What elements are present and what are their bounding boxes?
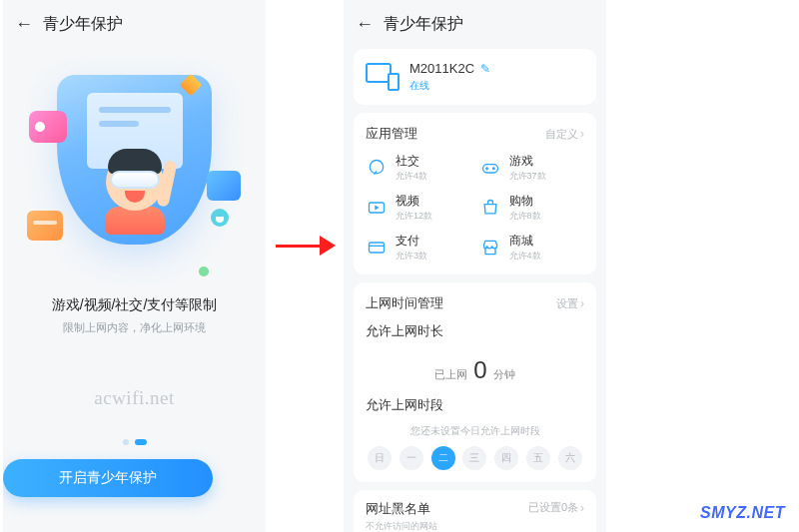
chat-icon xyxy=(207,171,241,201)
period-hint: 您还未设置今日允许上网时段 xyxy=(366,424,584,438)
app-label: 社交 xyxy=(396,153,427,170)
device-card[interactable]: M2011K2C ✎ 在线 xyxy=(354,49,596,105)
edit-icon[interactable]: ✎ xyxy=(480,62,490,76)
duration-title: 允许上网时长 xyxy=(366,322,584,340)
pay-icon xyxy=(366,237,388,259)
watermark-acwifi: acwifi.net xyxy=(3,387,266,409)
blacklist-sub: 不允许访问的网站 xyxy=(366,520,437,532)
chevron-right-icon: › xyxy=(580,501,584,515)
app-sub: 允许3款 xyxy=(396,250,427,263)
day-pill[interactable]: 日 xyxy=(368,446,392,470)
blacklist-action[interactable]: 已设置0条 › xyxy=(528,500,584,515)
back-icon[interactable]: ← xyxy=(356,14,374,35)
day-pill[interactable]: 六 xyxy=(558,446,582,470)
chat-icon xyxy=(366,157,388,179)
app-label: 购物 xyxy=(509,193,541,210)
app-sub: 允许4款 xyxy=(396,170,427,183)
app-item-shop[interactable]: 购物允许8款 xyxy=(479,193,585,223)
app-label: 游戏 xyxy=(509,153,546,170)
transition-arrow-icon xyxy=(276,236,336,256)
app-manage-custom-button[interactable]: 自定义 › xyxy=(545,127,584,142)
period-title: 允许上网时段 xyxy=(366,396,584,414)
app-item-store[interactable]: 商城允许4款 xyxy=(479,233,585,263)
app-item-video[interactable]: 视频允许12款 xyxy=(366,193,471,223)
watermark-smyz: SMYZ.NET xyxy=(700,504,785,522)
back-icon[interactable]: ← xyxy=(15,14,33,35)
device-status: 在线 xyxy=(409,79,490,93)
page-title: 青少年保护 xyxy=(43,14,123,35)
app-sub: 允许37款 xyxy=(509,170,546,183)
chevron-right-icon: › xyxy=(580,296,584,310)
day-pill[interactable]: 一 xyxy=(400,446,423,470)
blacklist-card[interactable]: 网址黑名单 不允许访问的网站 已设置0条 › xyxy=(354,490,596,532)
page-dot-active[interactable] xyxy=(135,439,147,445)
day-pill[interactable]: 二 xyxy=(431,446,455,470)
app-sub: 允许12款 xyxy=(396,210,432,223)
day-selector: 日一二三四五六 xyxy=(366,446,584,470)
svg-rect-1 xyxy=(482,165,497,173)
store-icon xyxy=(479,237,501,259)
page-dot[interactable] xyxy=(123,439,129,445)
device-icon xyxy=(366,63,400,91)
video-icon xyxy=(366,197,388,219)
onboard-subtitle: 限制上网内容，净化上网环境 xyxy=(3,320,266,335)
app-item-game[interactable]: 游戏允许37款 xyxy=(479,153,585,183)
hero-illustration xyxy=(35,75,235,274)
page-title: 青少年保护 xyxy=(384,14,463,35)
day-pill[interactable]: 四 xyxy=(494,446,518,470)
game-icon xyxy=(479,157,501,179)
app-label: 视频 xyxy=(396,193,432,210)
app-manage-card: 应用管理 自定义 › 社交允许4款游戏允许37款视频允许12款购物允许8款支付允… xyxy=(354,113,596,274)
svg-rect-4 xyxy=(370,243,385,253)
enable-protection-button[interactable]: 开启青少年保护 xyxy=(3,459,213,497)
blacklist-title: 网址黑名单 xyxy=(366,500,437,518)
day-pill[interactable]: 五 xyxy=(526,446,550,470)
settings-screen: ← 青少年保护 M2011K2C ✎ 在线 应用管理 自定义 › xyxy=(344,0,606,532)
app-sub: 允许8款 xyxy=(509,210,541,223)
device-name: M2011K2C xyxy=(409,61,474,76)
chevron-right-icon: › xyxy=(580,127,584,141)
onboard-headline: 游戏/视频/社交/支付等限制 xyxy=(3,296,266,314)
online-duration: 已上网 0 分钟 xyxy=(366,350,584,390)
app-item-pay[interactable]: 支付允许3款 xyxy=(366,233,471,263)
time-manage-card: 上网时间管理 设置 › 允许上网时长 已上网 0 分钟 允许上网时段 您还未设置… xyxy=(354,282,596,482)
day-pill[interactable]: 三 xyxy=(462,446,486,470)
app-label: 商城 xyxy=(509,233,541,250)
header: ← 青少年保护 xyxy=(344,0,606,45)
camera-icon xyxy=(29,111,67,143)
app-manage-title: 应用管理 xyxy=(366,125,417,143)
shop-icon xyxy=(479,197,501,219)
header: ← 青少年保护 xyxy=(3,0,266,45)
time-manage-settings-button[interactable]: 设置 › xyxy=(556,296,584,311)
time-manage-title: 上网时间管理 xyxy=(366,294,443,312)
svg-point-2 xyxy=(492,168,494,170)
app-label: 支付 xyxy=(396,233,427,250)
page-indicator xyxy=(3,439,266,445)
onboarding-screen: ← 青少年保护 xyxy=(3,0,266,532)
wallet-icon xyxy=(27,211,63,241)
emoji-icon xyxy=(211,209,229,227)
app-item-chat[interactable]: 社交允许4款 xyxy=(366,153,471,183)
dot-icon xyxy=(199,266,209,276)
app-sub: 允许4款 xyxy=(509,250,541,263)
